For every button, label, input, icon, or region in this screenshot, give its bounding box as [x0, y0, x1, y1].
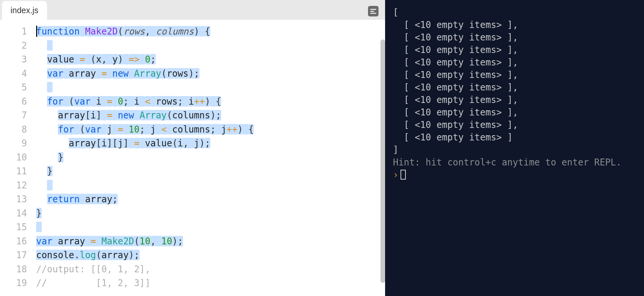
code-line[interactable] [36, 178, 385, 192]
code-line[interactable]: var array = Make2D(10, 10); [36, 234, 385, 248]
terminal-line: [ <10 empty items> ], [393, 68, 636, 81]
line-number: 3 [0, 52, 27, 66]
line-number: 13 [0, 192, 27, 206]
line-number: 9 [0, 136, 27, 150]
line-number: 1 [0, 24, 27, 38]
terminal-line: [ <10 empty items> ], [393, 81, 636, 93]
code-line[interactable] [36, 220, 385, 234]
code-line[interactable]: console.log(array); [36, 248, 385, 262]
line-number-gutter: 12345678910111213141516171819 [0, 20, 36, 296]
code-line[interactable] [36, 38, 385, 53]
code-content[interactable]: function Make2D(rows, columns) { value =… [36, 20, 385, 296]
line-number: 18 [0, 262, 27, 276]
code-line[interactable]: // [1, 2, 3]] [36, 276, 385, 290]
code-line[interactable]: var array = new Array(rows); [36, 66, 385, 81]
tab-bar: index.js [0, 0, 385, 20]
terminal-line: [ <10 empty items> ] [393, 131, 636, 143]
terminal-prompt-line[interactable]: › [393, 168, 636, 181]
code-line[interactable]: array[i][j] = value(i, j); [36, 136, 385, 150]
line-number: 11 [0, 164, 27, 178]
terminal-line: [ <10 empty items> ], [393, 31, 636, 43]
line-number: 8 [0, 122, 27, 136]
text-cursor [36, 26, 37, 37]
scrollbar-vertical[interactable] [380, 39, 385, 283]
line-number: 17 [0, 248, 27, 262]
terminal-line: [ <10 empty items> ], [393, 118, 636, 131]
terminal-pane[interactable]: [ [ <10 empty items> ], [ <10 empty item… [385, 0, 644, 296]
line-number: 10 [0, 150, 27, 164]
prompt-symbol: › [393, 169, 399, 180]
line-number: 6 [0, 94, 27, 109]
terminal-cursor [401, 170, 406, 180]
tab-file[interactable]: index.js [2, 1, 47, 20]
code-line[interactable]: for (var j = 10; j < columns; j++) { [36, 122, 385, 136]
terminal-line: [ <10 empty items> ], [393, 106, 636, 118]
code-line[interactable]: return array; [36, 192, 385, 206]
code-line[interactable]: } [36, 206, 385, 220]
line-number: 16 [0, 234, 27, 248]
line-number: 14 [0, 206, 27, 220]
code-line[interactable]: function Make2D(rows, columns) { [36, 24, 385, 38]
terminal-line: Hint: hit control+c anytime to enter REP… [393, 156, 636, 168]
terminal-line: [ [393, 6, 636, 18]
line-number: 4 [0, 66, 27, 81]
menu-icon[interactable] [368, 6, 379, 16]
terminal-line: [ <10 empty items> ], [393, 93, 636, 106]
terminal-line: [ <10 empty items> ], [393, 56, 636, 68]
line-number: 2 [0, 38, 27, 53]
code-line[interactable] [36, 80, 385, 94]
terminal-line: ] [393, 143, 636, 156]
tab-filename: index.js [11, 6, 38, 15]
editor-pane: index.js 12345678910111213141516171819 f… [0, 0, 385, 296]
code-line[interactable]: for (var i = 0; i < rows; i++) { [36, 94, 385, 109]
code-line[interactable]: } [36, 164, 385, 178]
terminal-line: [ <10 empty items> ], [393, 18, 636, 31]
line-number: 12 [0, 178, 27, 192]
line-number: 19 [0, 276, 27, 290]
code-area[interactable]: 12345678910111213141516171819 function M… [0, 20, 385, 296]
code-line[interactable]: //output: [[0, 1, 2], [36, 262, 385, 276]
code-line[interactable]: } [36, 150, 385, 164]
code-line[interactable]: value = (x, y) => 0; [36, 52, 385, 66]
code-line[interactable]: array[i] = new Array(columns); [36, 108, 385, 122]
line-number: 7 [0, 108, 27, 122]
line-number: 15 [0, 220, 27, 234]
terminal-line: [ <10 empty items> ], [393, 43, 636, 56]
line-number: 5 [0, 80, 27, 94]
